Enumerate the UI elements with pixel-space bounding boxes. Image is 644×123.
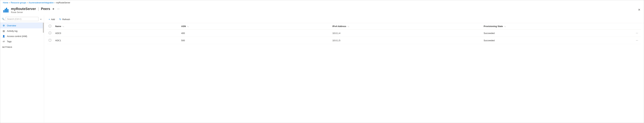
breadcrumb-integration[interactable]: AzurerouteserverIntegration	[28, 2, 54, 4]
sidebar-item-overview[interactable]: ⊕ Overview	[0, 23, 44, 28]
main-layout: 🔍 « ⊕ Overview ▤ Activity log 👤 Access c…	[0, 16, 644, 122]
rs-bar-2	[5, 9, 6, 12]
th-asn[interactable]: ASN ↑↓	[179, 23, 330, 30]
sidebar-item-activity-label: Activity log	[7, 30, 18, 32]
row-name-0: ADC0	[53, 30, 179, 37]
th-name[interactable]: Name ↑↓	[53, 23, 179, 30]
th-name-sort-icon: ↑↓	[62, 26, 64, 27]
th-state-label: Provisioning State	[484, 25, 503, 28]
search-icon: 🔍	[2, 18, 4, 20]
row-ipv4-1: 10.0.1.5	[330, 37, 482, 44]
row-asn-0: 400	[179, 30, 330, 37]
peers-table-container: Name ↑↓ ASN ↑↓ IPv4 Address ↑↓ Provisi	[44, 23, 644, 122]
th-asn-label: ASN	[181, 25, 186, 28]
sidebar-nav: ⊕ Overview ▤ Activity log 👤 Access contr…	[0, 23, 44, 122]
th-name-label: Name	[55, 25, 61, 28]
page-header: myRouteServer | Peers ★ ··· Route Server…	[0, 5, 644, 16]
breadcrumb-sep-3: >	[54, 2, 55, 4]
more-options-button[interactable]: ···	[56, 7, 60, 11]
iam-icon: 👤	[2, 35, 5, 38]
refresh-icon: ↻	[59, 18, 61, 20]
overview-icon: ⊕	[2, 24, 5, 27]
table-row: ADC0 400 10.0.1.4 Succeeded ···	[47, 30, 641, 37]
row-actions-1: ···	[633, 37, 641, 44]
row-name-1: ADC1	[53, 37, 179, 44]
header-title-group: myRouteServer | Peers ★ ··· Route Server	[11, 6, 60, 14]
select-all-checkbox[interactable]	[49, 25, 51, 27]
sidebar: 🔍 « ⊕ Overview ▤ Activity log 👤 Access c…	[0, 16, 44, 122]
route-server-icon	[4, 8, 8, 12]
row-checkbox-cell	[47, 30, 53, 37]
rs-bar-3	[6, 8, 7, 12]
sidebar-scrollbar[interactable]	[43, 23, 44, 33]
close-button[interactable]: ✕	[637, 7, 641, 12]
add-label: Add	[51, 18, 55, 20]
table-header-row: Name ↑↓ ASN ↑↓ IPv4 Address ↑↓ Provisi	[47, 23, 641, 30]
row-state-1: Succeeded	[482, 37, 633, 44]
th-state-sort-icon: ↑↓	[504, 26, 506, 27]
rs-bar-4	[8, 9, 8, 12]
row-actions-0: ···	[633, 30, 641, 37]
rs-bar-1	[4, 10, 4, 12]
row-checkbox-cell	[47, 37, 53, 44]
row-menu-button-0[interactable]: ···	[635, 31, 639, 35]
settings-section-header: Settings	[0, 44, 44, 49]
sidebar-item-activity-log[interactable]: ▤ Activity log	[0, 28, 44, 34]
select-all-header	[47, 23, 53, 30]
add-button[interactable]: + Add	[47, 17, 57, 22]
breadcrumb-resource-groups[interactable]: Resource groups	[11, 2, 26, 4]
sidebar-item-iam[interactable]: 👤 Access control (IAM)	[0, 34, 44, 39]
refresh-label: Refresh	[62, 18, 70, 20]
page-title: Peers	[41, 7, 50, 11]
th-ipv4-label: IPv4 Address	[332, 25, 346, 28]
add-icon: +	[48, 18, 50, 20]
search-input[interactable]	[6, 17, 38, 21]
row-menu-button-1[interactable]: ···	[635, 38, 639, 42]
th-asn-sort-icon: ↑↓	[187, 26, 189, 27]
toolbar: + Add ↻ Refresh	[44, 16, 644, 23]
table-body: ADC0 400 10.0.1.4 Succeeded ··· ADC1 500…	[47, 30, 641, 44]
th-actions	[633, 23, 641, 30]
tags-icon: 🏷	[2, 40, 5, 43]
resource-type-label: Route Server	[11, 11, 60, 14]
row-asn-1: 500	[179, 37, 330, 44]
breadcrumb-sep-1: >	[9, 2, 10, 4]
peers-table: Name ↑↓ ASN ↑↓ IPv4 Address ↑↓ Provisi	[47, 23, 641, 44]
row-checkbox-1[interactable]	[49, 39, 51, 42]
breadcrumb-home[interactable]: Home	[3, 2, 8, 4]
breadcrumb-sep-2: >	[27, 2, 28, 4]
th-ipv4[interactable]: IPv4 Address ↑↓	[330, 23, 482, 30]
breadcrumb-current: myRouteServer	[56, 2, 70, 4]
sidebar-item-iam-label: Access control (IAM)	[7, 35, 27, 38]
breadcrumb: Home > Resource groups > Azurerouteserve…	[0, 0, 644, 5]
title-divider: |	[38, 7, 39, 11]
th-ipv4-sort-icon: ↑↓	[348, 26, 349, 27]
resource-icon	[3, 7, 9, 13]
th-state[interactable]: Provisioning State ↑↓	[482, 23, 633, 30]
favorite-button[interactable]: ★	[52, 6, 55, 11]
sidebar-search-area: 🔍 «	[0, 16, 44, 23]
content-area: + Add ↻ Refresh Name ↑↓	[44, 16, 644, 122]
row-state-0: Succeeded	[482, 30, 633, 37]
row-checkbox-0[interactable]	[49, 32, 51, 34]
activity-log-icon: ▤	[2, 30, 5, 32]
sidebar-item-tags[interactable]: 🏷 Tags	[0, 39, 44, 44]
sidebar-item-overview-label: Overview	[7, 24, 16, 27]
resource-name: myRouteServer	[11, 7, 36, 11]
table-row: ADC1 500 10.0.1.5 Succeeded ···	[47, 37, 641, 44]
collapse-button[interactable]: «	[40, 17, 42, 21]
refresh-button[interactable]: ↻ Refresh	[58, 17, 72, 22]
row-ipv4-0: 10.0.1.4	[330, 30, 482, 37]
sidebar-item-tags-label: Tags	[7, 40, 12, 43]
